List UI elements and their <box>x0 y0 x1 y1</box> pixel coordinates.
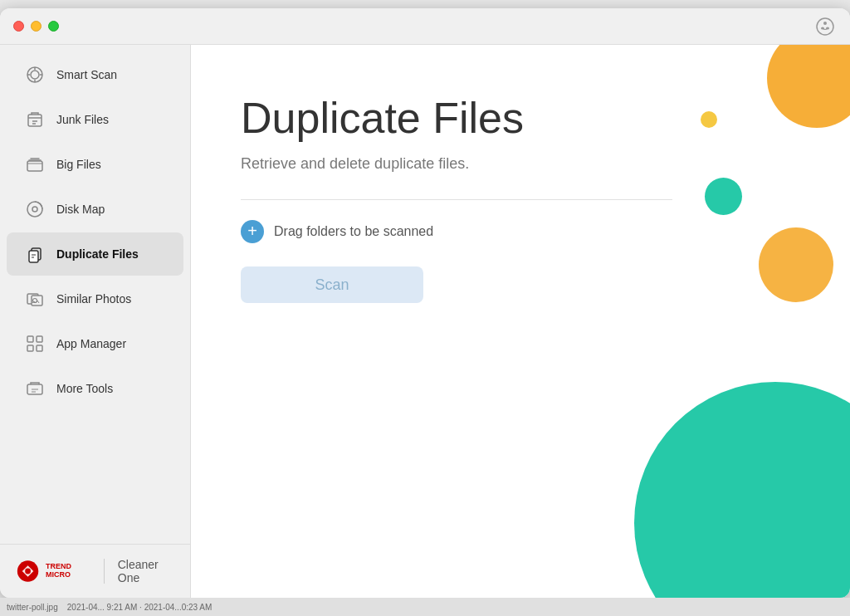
main-window: Smart Scan Junk Files <box>0 8 850 598</box>
brand-logo: TREND MICRO Cleaner One <box>17 558 173 584</box>
plus-icon: + <box>247 222 257 239</box>
taskbar-content: twitter-poll.jpg 2021-04... 9:21 AM · 20… <box>7 603 212 612</box>
page-title: Duplicate Files <box>241 95 800 142</box>
page-subtitle: Retrieve and delete duplicate files. <box>241 155 800 173</box>
sidebar-item-big-files-label: Big Files <box>56 158 101 171</box>
sidebar-item-more-tools-label: More Tools <box>56 382 113 395</box>
main-layout: Smart Scan Junk Files <box>0 45 850 598</box>
svg-rect-15 <box>27 336 33 342</box>
drag-label: Drag folders to be scanned <box>274 224 433 239</box>
svg-point-1 <box>823 22 827 25</box>
title-bar <box>0 8 850 45</box>
brand-cleaner-label: Cleaner One <box>118 558 173 584</box>
svg-point-5 <box>31 71 39 79</box>
big-files-icon <box>23 153 46 176</box>
similar-photos-icon <box>23 287 46 310</box>
more-tools-icon <box>23 377 46 400</box>
sidebar-item-duplicate-files-label: Duplicate Files <box>56 247 139 261</box>
brand-divider <box>104 559 105 584</box>
deco-teal-large <box>634 382 850 598</box>
drag-zone[interactable]: + Drag folders to be scanned <box>241 220 800 243</box>
sidebar-item-duplicate-files[interactable]: Duplicate Files <box>7 232 183 276</box>
sidebar-item-disk-map[interactable]: Disk Map <box>7 188 183 231</box>
content-area: Duplicate Files Retrieve and delete dupl… <box>191 45 850 598</box>
sidebar-item-smart-scan-label: Smart Scan <box>56 68 117 81</box>
sidebar-item-similar-photos-label: Similar Photos <box>56 292 131 306</box>
app-manager-icon <box>23 332 46 355</box>
content-inner: Duplicate Files Retrieve and delete dupl… <box>191 45 850 336</box>
svg-rect-6 <box>28 115 42 126</box>
svg-point-0 <box>817 18 833 35</box>
maximize-button[interactable] <box>48 21 59 32</box>
svg-point-21 <box>25 569 31 574</box>
svg-rect-11 <box>29 251 38 262</box>
sidebar-item-big-files[interactable]: Big Files <box>7 143 183 186</box>
section-divider <box>241 199 672 200</box>
minimize-button[interactable] <box>31 21 42 32</box>
svg-rect-17 <box>27 345 33 351</box>
sidebar-nav: Smart Scan Junk Files <box>0 45 190 544</box>
close-button[interactable] <box>13 21 24 32</box>
sidebar-item-smart-scan[interactable]: Smart Scan <box>7 53 183 96</box>
sidebar: Smart Scan Junk Files <box>0 45 191 598</box>
duplicate-files-icon <box>23 242 46 266</box>
junk-files-icon <box>23 108 46 131</box>
brand-text: TREND MICRO <box>46 563 90 579</box>
sidebar-item-junk-files-label: Junk Files <box>56 113 109 126</box>
disk-map-icon <box>23 198 46 221</box>
sidebar-item-junk-files[interactable]: Junk Files <box>7 98 183 141</box>
sidebar-item-more-tools[interactable]: More Tools <box>7 367 183 410</box>
brand-trend-label: TREND MICRO <box>46 563 90 579</box>
sidebar-item-app-manager[interactable]: App Manager <box>7 322 183 365</box>
smart-scan-icon <box>23 63 46 86</box>
svg-point-9 <box>32 207 37 212</box>
sidebar-item-similar-photos[interactable]: Similar Photos <box>7 277 183 320</box>
scan-button[interactable]: Scan <box>241 266 423 303</box>
svg-rect-7 <box>27 161 42 171</box>
sidebar-footer: TREND MICRO Cleaner One <box>0 544 190 598</box>
add-folder-button[interactable]: + <box>241 220 264 243</box>
app-icon <box>813 15 837 38</box>
sidebar-item-app-manager-label: App Manager <box>56 337 126 350</box>
svg-rect-18 <box>37 345 42 351</box>
traffic-lights <box>13 21 59 32</box>
svg-rect-16 <box>37 336 42 342</box>
sidebar-item-disk-map-label: Disk Map <box>56 203 105 216</box>
taskbar-info: twitter-poll.jpg 2021-04... 9:21 AM · 20… <box>7 603 212 612</box>
taskbar: twitter-poll.jpg 2021-04... 9:21 AM · 20… <box>0 598 850 616</box>
